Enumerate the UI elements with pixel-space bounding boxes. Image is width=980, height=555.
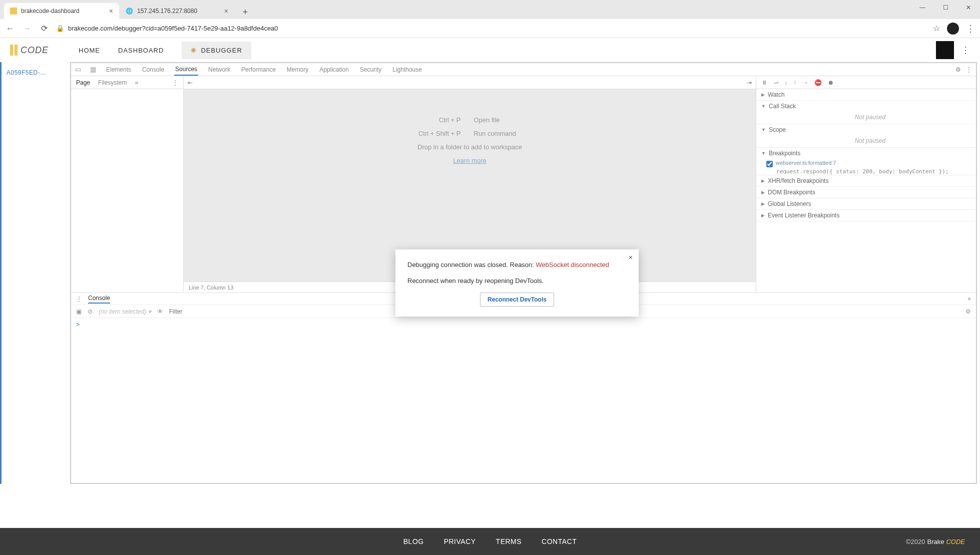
- maximize-button[interactable]: ☐: [934, 0, 957, 15]
- pause-exceptions-icon[interactable]: ⏺: [828, 79, 834, 86]
- tab-sources[interactable]: Sources: [174, 63, 198, 76]
- breakpoint-code: request.respond({ status: 200, body: bod…: [756, 168, 976, 175]
- tab-performance[interactable]: Performance: [240, 63, 277, 76]
- breakpoint-label: webserver.ts:formatted:7: [776, 160, 836, 166]
- modal-close-icon[interactable]: ×: [629, 253, 633, 261]
- toggle-debugger-icon[interactable]: ⇥: [747, 79, 752, 86]
- step-out-icon[interactable]: ↑: [793, 79, 796, 86]
- more-tabs-icon[interactable]: »: [135, 79, 138, 86]
- section-dom[interactable]: ▶DOM Breakpoints: [756, 187, 976, 198]
- console-body[interactable]: >: [71, 318, 976, 483]
- reload-button[interactable]: ⟳: [39, 24, 49, 33]
- nav-tab-page[interactable]: Page: [76, 79, 90, 86]
- callstack-body: Not paused: [756, 112, 976, 124]
- app-header: CODE HOME DASHBOARD ❋ DEBUGGER ⋮: [0, 38, 980, 62]
- nav-tab-filesystem[interactable]: Filesystem: [98, 79, 127, 86]
- nav-dashboard[interactable]: DASHBOARD: [118, 47, 164, 54]
- app-menu-icon[interactable]: ⋮: [961, 45, 970, 56]
- nav-menu-icon[interactable]: ⋮: [172, 79, 178, 86]
- breakpoint-item[interactable]: webserver.ts:formatted:7: [756, 159, 976, 168]
- footer-link-privacy[interactable]: PRIVACY: [444, 537, 476, 545]
- drawer-tab-console[interactable]: Console: [88, 295, 110, 304]
- debugger-toolbar: ⏸ ⤻ ↓ ↑ → ⛔ ⏺: [756, 76, 976, 89]
- section-watch[interactable]: ▶Watch: [756, 89, 976, 100]
- tab-strip: brakecode-dashboard × 🌐 157.245.176.227:…: [0, 0, 980, 19]
- window-controls: — ☐ ✕: [911, 0, 980, 15]
- new-tab-button[interactable]: +: [238, 5, 252, 19]
- console-sidebar-icon[interactable]: ▣: [76, 308, 82, 315]
- console-drawer: ⋮ Console × ▣ ⊘ (no item selected) ▾ 👁 D…: [71, 293, 976, 483]
- minimize-button[interactable]: —: [911, 0, 934, 15]
- section-breakpoints[interactable]: ▼Breakpoints: [756, 148, 976, 159]
- clear-console-icon[interactable]: ⊘: [88, 308, 93, 315]
- tab-console[interactable]: Console: [141, 63, 165, 76]
- url-text: brakecode.com/debugger?cid=a059f5ed-7417…: [68, 25, 278, 32]
- tab-application[interactable]: Application: [318, 63, 350, 76]
- hint-drop: Drop in a folder to add to workspace: [417, 143, 522, 151]
- tab-close-icon[interactable]: ×: [224, 7, 228, 15]
- disconnect-modal: × Debugging connection was closed. Reaso…: [395, 249, 639, 317]
- tab-close-icon[interactable]: ×: [109, 7, 113, 15]
- browser-tab-2[interactable]: 🌐 157.245.176.227:8080 ×: [119, 3, 234, 19]
- url-input[interactable]: 🔒 brakecode.com/debugger?cid=a059f5ed-74…: [56, 25, 926, 32]
- footer: BLOG PRIVACY TERMS CONTACT ©2020 BrakeCO…: [0, 528, 980, 555]
- nav-debugger-label: DEBUGGER: [201, 47, 242, 54]
- pause-icon[interactable]: ⏸: [761, 79, 767, 86]
- console-filter-input[interactable]: [169, 308, 269, 315]
- section-callstack[interactable]: ▼Call Stack: [756, 101, 976, 112]
- nav-debugger-button[interactable]: ❋ DEBUGGER: [182, 42, 251, 59]
- deactivate-breakpoints-icon[interactable]: ⛔: [814, 79, 822, 86]
- drawer-menu-icon[interactable]: ⋮: [76, 296, 82, 303]
- bookmark-icon[interactable]: ☆: [933, 24, 940, 33]
- reconnect-button[interactable]: Reconnect DevTools: [480, 293, 554, 307]
- logo[interactable]: CODE: [10, 45, 49, 56]
- modal-message-1: Debugging connection was closed. Reason:…: [407, 260, 627, 269]
- app-nav: HOME DASHBOARD ❋ DEBUGGER: [79, 42, 251, 59]
- session-id[interactable]: A059F5ED-...: [7, 69, 65, 76]
- settings-icon[interactable]: ⚙: [955, 66, 961, 73]
- step-into-icon[interactable]: ↓: [784, 79, 787, 86]
- forward-button[interactable]: →: [22, 24, 32, 33]
- modal-message-2: Reconnect when ready by reopening DevToo…: [407, 276, 627, 286]
- footer-link-blog[interactable]: BLOG: [403, 537, 424, 545]
- tab-elements[interactable]: Elements: [105, 63, 132, 76]
- hint-key: Ctrl + P: [406, 116, 461, 124]
- profile-avatar[interactable]: [947, 23, 959, 35]
- nav-home[interactable]: HOME: [79, 47, 100, 54]
- device-toggle-icon[interactable]: ▥: [90, 66, 96, 73]
- step-icon[interactable]: →: [802, 79, 808, 86]
- step-over-icon[interactable]: ⤻: [773, 79, 778, 86]
- tab-security[interactable]: Security: [359, 63, 382, 76]
- section-scope[interactable]: ▼Scope: [756, 124, 976, 135]
- section-xhr[interactable]: ▶XHR/fetch Breakpoints: [756, 175, 976, 186]
- learn-more-link[interactable]: Learn more: [453, 157, 486, 164]
- console-settings-icon[interactable]: ⚙: [965, 308, 971, 315]
- section-global[interactable]: ▶Global Listeners: [756, 198, 976, 209]
- footer-links: BLOG PRIVACY TERMS CONTACT: [403, 537, 577, 545]
- breakpoint-checkbox[interactable]: [766, 161, 773, 167]
- browser-tab-1[interactable]: brakecode-dashboard ×: [4, 3, 119, 19]
- tab-lighthouse[interactable]: Lighthouse: [391, 63, 423, 76]
- live-expression-icon[interactable]: 👁: [157, 308, 163, 315]
- browser-menu-icon[interactable]: ⋮: [966, 23, 975, 34]
- back-button[interactable]: ←: [5, 24, 15, 33]
- user-avatar[interactable]: [936, 41, 954, 59]
- context-select[interactable]: (no item selected) ▾: [99, 308, 151, 315]
- bug-icon: ❋: [191, 47, 197, 54]
- close-window-button[interactable]: ✕: [957, 0, 980, 15]
- footer-link-terms[interactable]: TERMS: [496, 537, 522, 545]
- inspect-element-icon[interactable]: ▭: [75, 66, 81, 73]
- sources-navigator: Page Filesystem » ⋮: [71, 76, 184, 293]
- console-prompt: >: [76, 321, 80, 328]
- footer-link-contact[interactable]: CONTACT: [542, 537, 577, 545]
- tab-title: brakecode-dashboard: [21, 8, 105, 15]
- toggle-navigator-icon[interactable]: ⇤: [188, 79, 193, 86]
- session-rail: A059F5ED-...: [0, 62, 70, 484]
- devtools-menu-icon[interactable]: ⋮: [966, 66, 972, 73]
- browser-chrome: — ☐ ✕ brakecode-dashboard × 🌐 157.245.17…: [0, 0, 980, 38]
- section-event[interactable]: ▶Event Listener Breakpoints: [756, 210, 976, 221]
- tab-network[interactable]: Network: [207, 63, 231, 76]
- tab-memory[interactable]: Memory: [286, 63, 309, 76]
- devtools-tabs: ▭ ▥ Elements Console Sources Network Per…: [71, 63, 976, 76]
- drawer-close-icon[interactable]: ×: [967, 296, 971, 303]
